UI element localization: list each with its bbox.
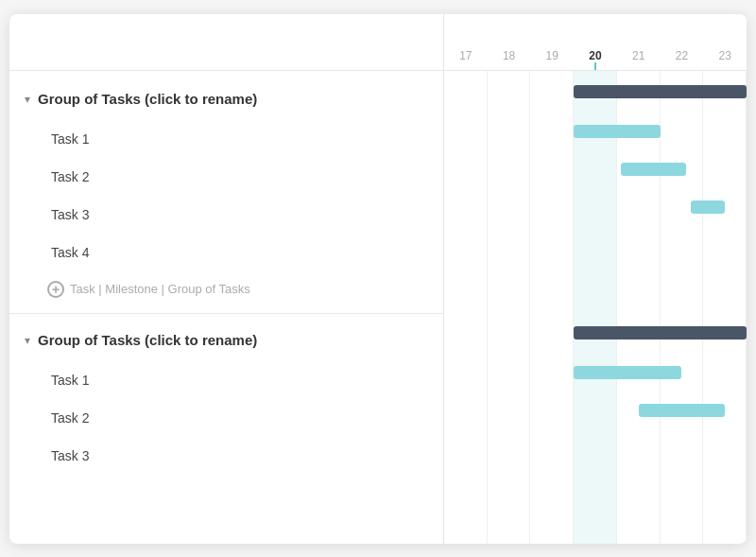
task-label: Task 3 bbox=[51, 207, 89, 222]
task-label: Task 2 bbox=[51, 169, 89, 184]
gantt-sep-row bbox=[444, 300, 747, 312]
group-row-0[interactable]: ▾Group of Tasks (click to rename) bbox=[9, 78, 443, 120]
gantt-bar bbox=[639, 404, 725, 417]
gantt-bar bbox=[574, 125, 660, 138]
day-col-23: 23 bbox=[703, 49, 747, 62]
task-row-1-0[interactable]: Task 1 bbox=[9, 361, 443, 399]
left-panel: ▾Group of Tasks (click to rename)Task 1T… bbox=[9, 14, 444, 544]
gantt-row bbox=[444, 188, 747, 226]
right-panel: 17181920212223 bbox=[444, 14, 747, 544]
day-col-20: 20 bbox=[574, 49, 617, 62]
collapse-icon[interactable]: ▾ bbox=[25, 93, 30, 106]
task-label: Task 1 bbox=[51, 131, 89, 147]
task-list: ▾Group of Tasks (click to rename)Task 1T… bbox=[9, 71, 443, 482]
task-label: Task 3 bbox=[51, 448, 89, 463]
day-col-17: 17 bbox=[444, 49, 488, 62]
gantt-bar bbox=[691, 200, 726, 214]
task-label: Task 1 bbox=[51, 373, 89, 388]
group-label: Group of Tasks (click to rename) bbox=[38, 91, 257, 107]
gantt-bar bbox=[574, 85, 747, 98]
gantt-row bbox=[444, 113, 747, 150]
gantt-row bbox=[444, 392, 747, 429]
day-col-19: 19 bbox=[530, 49, 574, 62]
gantt-row bbox=[444, 312, 747, 354]
task-row-0-0[interactable]: Task 1 bbox=[9, 120, 443, 158]
gantt-row bbox=[444, 354, 747, 392]
collapse-icon[interactable]: ▾ bbox=[25, 334, 30, 347]
gantt-bar bbox=[621, 163, 686, 176]
gantt-bar bbox=[574, 366, 681, 379]
gantt-bar bbox=[574, 326, 747, 339]
gantt-body bbox=[444, 71, 747, 544]
day-col-21: 21 bbox=[617, 49, 661, 62]
task-label: Task 4 bbox=[51, 245, 89, 260]
project-header bbox=[9, 14, 443, 71]
task-row-1-1[interactable]: Task 2 bbox=[9, 399, 443, 437]
gantt-row bbox=[444, 264, 747, 300]
add-label: Task | Milestone | Group of Tasks bbox=[70, 282, 250, 296]
gantt-header: 17181920212223 bbox=[444, 14, 747, 71]
day-col-18: 18 bbox=[488, 49, 531, 62]
task-label: Task 2 bbox=[51, 410, 89, 426]
task-row-0-3[interactable]: Task 4 bbox=[9, 234, 443, 271]
gantt-row bbox=[444, 71, 747, 113]
task-row-0-2[interactable]: Task 3 bbox=[9, 196, 443, 234]
group-label: Group of Tasks (click to rename) bbox=[38, 332, 257, 348]
gantt-card: ▾Group of Tasks (click to rename)Task 1T… bbox=[9, 14, 747, 544]
day-col-22: 22 bbox=[661, 49, 704, 62]
gantt-container: ▾Group of Tasks (click to rename)Task 1T… bbox=[9, 14, 747, 544]
gantt-days: 17181920212223 bbox=[444, 49, 747, 70]
task-row-0-1[interactable]: Task 2 bbox=[9, 158, 443, 196]
add-task-row-0[interactable]: +Task | Milestone | Group of Tasks bbox=[9, 271, 443, 307]
group-row-1[interactable]: ▾Group of Tasks (click to rename) bbox=[9, 320, 443, 361]
task-row-1-2[interactable]: Task 3 bbox=[9, 437, 443, 475]
group-separator bbox=[9, 313, 443, 314]
add-icon[interactable]: + bbox=[47, 281, 64, 298]
gantt-row bbox=[444, 429, 747, 467]
gantt-rows bbox=[444, 71, 747, 544]
gantt-row bbox=[444, 226, 747, 264]
gantt-row bbox=[444, 150, 747, 188]
